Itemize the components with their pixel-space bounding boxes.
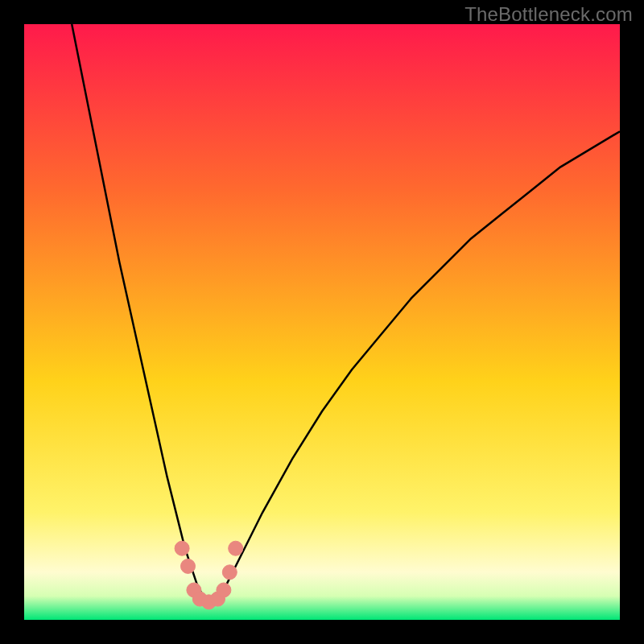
chart-svg	[24, 24, 620, 620]
chart-frame: TheBottleneck.com	[0, 0, 644, 644]
curve-marker	[229, 541, 243, 555]
curve-marker	[217, 583, 231, 597]
watermark-text: TheBottleneck.com	[464, 3, 633, 26]
curve-marker	[181, 559, 196, 573]
plot-area	[24, 24, 620, 620]
curve-marker	[222, 565, 237, 580]
curve-marker	[175, 541, 189, 555]
gradient-background	[24, 24, 620, 620]
